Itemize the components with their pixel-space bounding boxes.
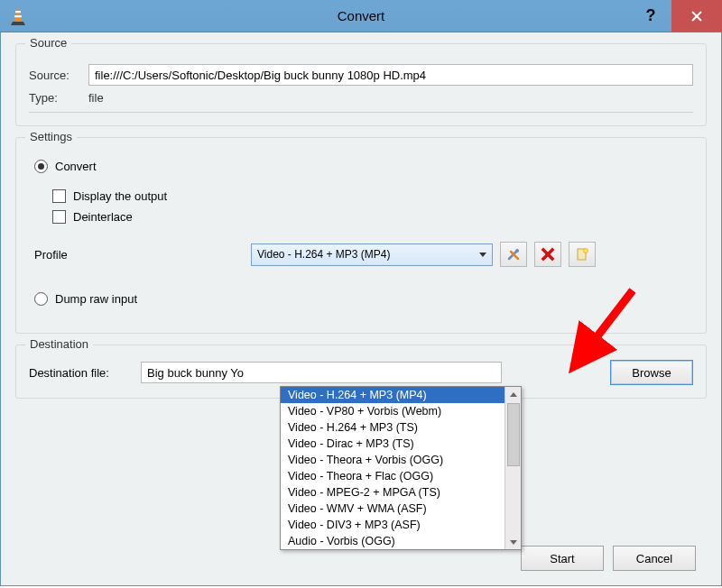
display-output-check-row[interactable]: Display the output [52,189,693,203]
profile-option[interactable]: Video - VP80 + Vorbis (Webm) [281,403,504,419]
browse-button[interactable]: Browse [610,360,693,385]
convert-radio-label: Convert [55,160,97,173]
profile-selected-value: Video - H.264 + MP3 (MP4) [257,248,391,261]
cancel-button[interactable]: Cancel [613,546,696,571]
profile-option[interactable]: Video - H.264 + MP3 (MP4) [281,387,504,403]
profile-option[interactable]: Video - H.264 + MP3 (TS) [281,419,504,436]
new-profile-button[interactable] [569,242,596,267]
svg-rect-2 [14,15,22,17]
profile-option[interactable]: Video - DIV3 + MP3 (ASF) [281,517,504,533]
window-body: Source Source: Type: file Settings Conve… [0,32,722,586]
new-document-icon [575,247,589,262]
scroll-up-icon[interactable] [506,387,521,401]
help-button[interactable]: ? [630,0,671,32]
display-output-checkbox[interactable] [52,189,66,203]
source-input[interactable] [88,64,693,86]
destination-group-label: Destination [25,337,93,351]
deinterlace-check-row[interactable]: Deinterlace [52,210,693,224]
profile-option[interactable]: Video - Theora + Vorbis (OGG) [281,452,504,468]
vlc-app-icon [7,5,29,27]
profile-combobox[interactable]: Video - H.264 + MP3 (MP4) [251,243,493,266]
svg-marker-0 [14,7,22,22]
source-label: Source: [29,69,88,82]
type-value: file [88,91,104,105]
tools-icon [506,247,521,262]
divider [29,112,693,113]
destination-file-label: Destination file: [29,366,141,380]
destination-file-input[interactable] [141,362,502,383]
start-button[interactable]: Start [521,546,604,571]
scroll-down-icon[interactable] [506,535,521,549]
type-label: Type: [29,91,88,105]
settings-group-label: Settings [25,130,77,143]
profile-option[interactable]: Video - WMV + WMA (ASF) [281,501,504,517]
source-group: Source Source: Type: file [15,43,707,126]
profile-option[interactable]: Video - Theora + Flac (OGG) [281,468,504,484]
settings-group: Settings Convert Display the output Dein… [15,137,707,334]
svg-point-12 [584,249,588,253]
source-group-label: Source [25,36,71,50]
convert-radio[interactable] [34,160,48,173]
display-output-label: Display the output [73,189,167,203]
profile-option[interactable]: Video - MPEG-2 + MPGA (TS) [281,484,504,501]
chevron-down-icon [479,253,486,257]
close-button[interactable] [671,0,722,32]
svg-point-8 [515,249,519,253]
scrollbar-thumb[interactable] [507,403,520,466]
delete-x-icon [541,247,555,262]
profile-label: Profile [34,248,251,262]
window-title: Convert [0,8,722,23]
profile-option[interactable]: Audio - Vorbis (OGG) [281,533,504,549]
profile-option[interactable]: Video - Dirac + MP3 (TS) [281,436,504,452]
dump-raw-radio-row[interactable]: Dump raw input [34,292,693,306]
dropdown-scrollbar[interactable] [504,387,521,549]
profile-dropdown-list[interactable]: Video - H.264 + MP3 (MP4)Video - VP80 + … [280,386,522,550]
deinterlace-checkbox[interactable] [52,210,66,224]
svg-marker-3 [11,22,25,25]
deinterlace-label: Deinterlace [73,210,133,224]
edit-profile-button[interactable] [500,242,527,267]
dump-raw-radio[interactable] [34,292,48,306]
delete-profile-button[interactable] [534,242,561,267]
convert-radio-row[interactable]: Convert [34,160,693,173]
titlebar: Convert ? [0,0,722,32]
dump-raw-label: Dump raw input [55,292,137,306]
svg-rect-1 [15,11,21,13]
